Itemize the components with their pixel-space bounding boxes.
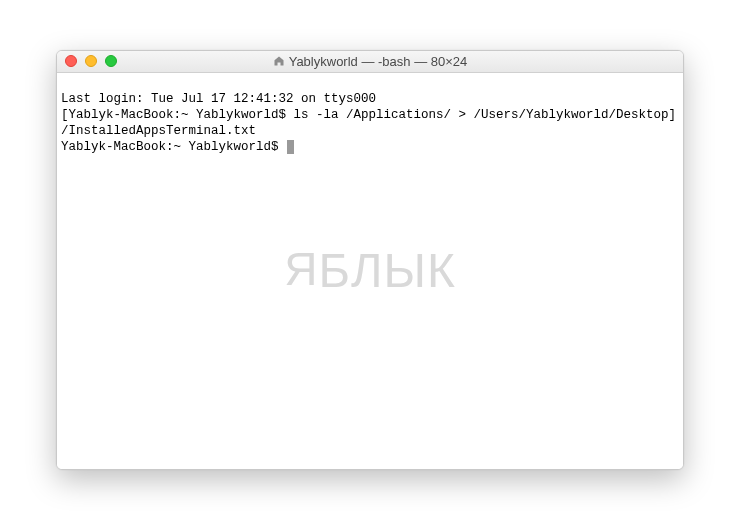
minimize-button[interactable] bbox=[85, 55, 97, 67]
close-button[interactable] bbox=[65, 55, 77, 67]
window-title-text: Yablykworld — -bash — 80×24 bbox=[289, 54, 468, 69]
home-icon bbox=[273, 55, 285, 67]
terminal-body[interactable]: Last login: Tue Jul 17 12:41:32 on ttys0… bbox=[57, 73, 683, 469]
maximize-button[interactable] bbox=[105, 55, 117, 67]
terminal-command-1: ls -la /Applications/ > /Users/Yablykwor… bbox=[294, 108, 677, 122]
terminal-cursor bbox=[287, 140, 294, 154]
traffic-lights bbox=[57, 55, 117, 67]
apple-logo-icon: Я bbox=[284, 261, 318, 277]
terminal-prompt-2: Yablyk-MacBook:~ Yablykworld$ bbox=[61, 140, 286, 154]
window-title: Yablykworld — -bash — 80×24 bbox=[57, 54, 683, 69]
terminal-line-2: /InstalledAppsTerminal.txt bbox=[61, 124, 256, 138]
window-titlebar[interactable]: Yablykworld — -bash — 80×24 bbox=[57, 51, 683, 73]
terminal-window: Yablykworld — -bash — 80×24 Last login: … bbox=[56, 50, 684, 470]
watermark-text: БЛЫК bbox=[318, 263, 455, 279]
terminal-last-login: Last login: Tue Jul 17 12:41:32 on ttys0… bbox=[61, 92, 376, 106]
terminal-prompt-1: [Yablyk-MacBook:~ Yablykworld$ bbox=[61, 108, 294, 122]
watermark: ЯБЛЫК bbox=[284, 263, 456, 279]
